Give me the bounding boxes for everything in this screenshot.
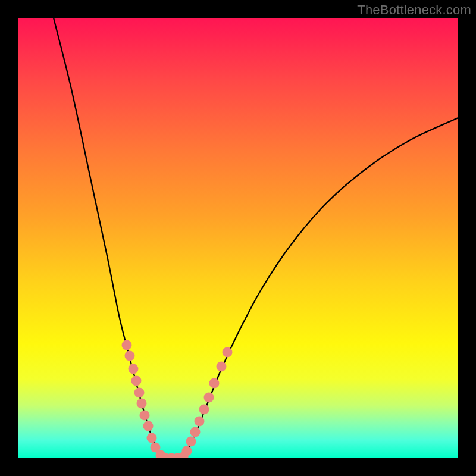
data-dots	[122, 340, 233, 459]
data-dot	[134, 388, 145, 398]
curve-left	[54, 18, 164, 458]
data-dot	[195, 416, 205, 427]
data-dot	[137, 399, 147, 409]
data-dot	[223, 347, 233, 358]
data-dot	[140, 411, 150, 421]
data-dot	[131, 376, 142, 386]
data-dot	[209, 378, 220, 389]
data-dot	[204, 393, 214, 403]
data-dot	[186, 437, 196, 447]
data-dot	[147, 433, 157, 443]
plot-area	[18, 18, 458, 458]
data-dot	[143, 421, 154, 431]
data-dot	[217, 362, 227, 372]
data-dot	[129, 364, 139, 374]
curve-right	[182, 118, 458, 458]
data-dot	[122, 340, 132, 350]
watermark-text: TheBottleneck.com	[357, 2, 471, 18]
data-dot	[190, 427, 201, 437]
curve-svg	[18, 18, 458, 458]
data-dot	[125, 351, 135, 361]
data-dot	[199, 405, 209, 415]
chart-frame: TheBottleneck.com	[0, 0, 476, 476]
data-dot	[182, 446, 192, 456]
